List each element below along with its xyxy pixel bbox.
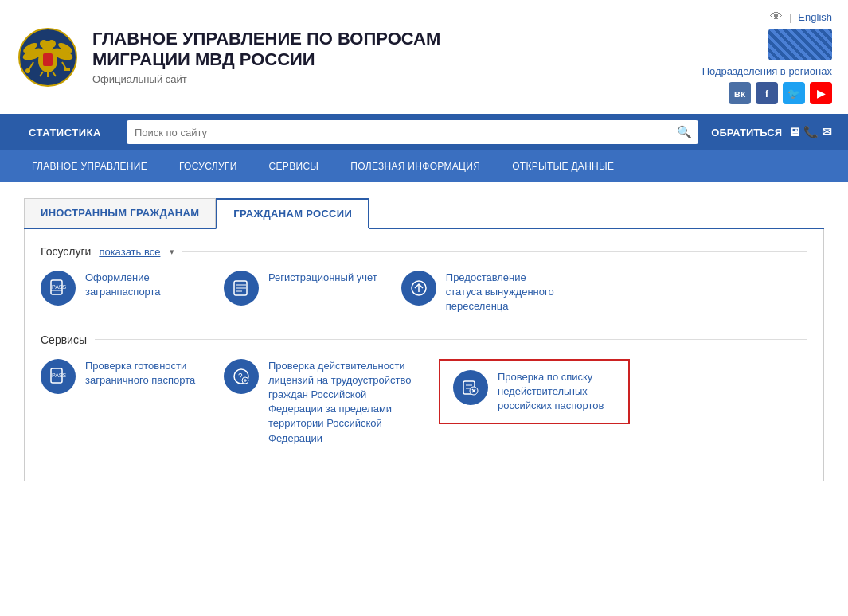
servisy-divider <box>95 339 807 340</box>
sub-navbar: ГЛАВНОЕ УПРАВЛЕНИЕ ГОСУСЛУГИ СЕРВИСЫ ПОЛ… <box>0 150 848 182</box>
header-left: ГЛАВНОЕ УПРАВЛЕНИЕ ПО ВОПРОСАМ МИГРАЦИИ … <box>16 25 440 89</box>
registration-icon <box>224 271 259 306</box>
license-check-text: Проверка действительности лицензий на тр… <box>268 359 415 446</box>
site-header: ГЛАВНОЕ УПРАВЛЕНИЕ ПО ВОПРОСАМ МИГРАЦИИ … <box>0 0 848 114</box>
subnav-item-otkrytye[interactable]: ОТКРЫТЫЕ ДАННЫЕ <box>496 150 630 182</box>
service-zagranpassport[interactable]: PASS Оформление загранпаспорта <box>41 271 200 314</box>
site-title: ГЛАВНОЕ УПРАВЛЕНИЕ ПО ВОПРОСАМ МИГРАЦИИ … <box>92 29 440 71</box>
vk-button[interactable]: вк <box>729 82 751 104</box>
facebook-icon: f <box>765 88 768 99</box>
main-content: ИНОСТРАННЫМ ГРАЖДАНАМ ГРАЖДАНАМ РОССИИ Г… <box>0 182 848 497</box>
main-tabs: ИНОСТРАННЫМ ГРАЖДАНАМ ГРАЖДАНАМ РОССИИ <box>24 198 824 229</box>
svg-rect-16 <box>64 68 70 71</box>
search-input[interactable] <box>127 120 698 144</box>
lang-divider: | <box>789 11 791 23</box>
site-subtitle: Официальный сайт <box>92 73 440 85</box>
passport-readiness-text: Проверка готовности заграничного паспорт… <box>85 359 200 388</box>
servisy-label: Сервисы <box>41 333 87 346</box>
eye-icon: 👁 <box>770 10 783 24</box>
svg-point-7 <box>40 40 48 48</box>
contact-nav-item[interactable]: ОБРАТИТЬСЯ 🖥 📞 ✉ <box>711 125 832 139</box>
tab-foreign-citizens[interactable]: ИНОСТРАННЫМ ГРАЖДАНАМ <box>24 198 216 228</box>
youtube-button[interactable]: ▶ <box>810 82 832 104</box>
subnav-item-glavnoe[interactable]: ГЛАВНОЕ УПРАВЛЕНИЕ <box>16 150 163 182</box>
title-line1: ГЛАВНОЕ УПРАВЛЕНИЕ ПО ВОПРОСАМ <box>92 29 440 49</box>
regions-link[interactable]: Подразделения в регионах <box>702 65 832 77</box>
refugee-icon <box>401 271 436 306</box>
subnav-item-poleznaya[interactable]: ПОЛЕЗНАЯ ИНФОРМАЦИЯ <box>334 150 496 182</box>
refugee-text: Предоставление статуса вынужденного пере… <box>446 271 561 314</box>
svg-point-14 <box>25 68 30 73</box>
zagranpassport-icon: PASS <box>41 271 76 306</box>
service-refugee[interactable]: Предоставление статуса вынужденного пере… <box>401 271 561 314</box>
service-invalid-passports[interactable]: Проверка по списку недействительных росс… <box>439 359 630 425</box>
contact-icons: 🖥 📞 ✉ <box>788 125 832 139</box>
service-license-check[interactable]: ? Проверка действительности лицензий на … <box>224 359 415 446</box>
dropdown-arrow: ▾ <box>170 247 174 257</box>
mail-icon: ✉ <box>822 125 832 139</box>
facebook-button[interactable]: f <box>756 82 778 104</box>
vk-icon: вк <box>734 88 746 99</box>
search-icon: 🔍 <box>677 125 692 139</box>
phone-icon: 📞 <box>803 125 819 139</box>
monitor-icon: 🖥 <box>788 125 800 139</box>
service-passport-readiness[interactable]: PASS Проверка готовности заграничного па… <box>41 359 200 394</box>
english-link[interactable]: English <box>798 11 832 23</box>
servisy-grid: PASS Проверка готовности заграничного па… <box>41 359 807 446</box>
show-all-gosuslugi-link[interactable]: показать все <box>99 246 160 258</box>
title-line2: МИГРАЦИИ МВД РОССИИ <box>92 49 315 69</box>
social-icons-row: вк f 🐦 ▶ <box>729 82 832 104</box>
gosuslugi-label: Госуслуги <box>41 245 91 258</box>
svg-rect-9 <box>43 53 53 66</box>
subnav-item-gosuslugi[interactable]: ГОСУСЛУГИ <box>163 150 253 182</box>
contact-label: ОБРАТИТЬСЯ <box>711 127 782 138</box>
regions-logo-graphic <box>768 29 832 60</box>
service-registration[interactable]: Регистрационный учет <box>224 271 377 314</box>
license-check-icon: ? <box>224 359 259 394</box>
svg-text:PASS: PASS <box>52 284 66 290</box>
gosuslugi-divider <box>182 251 807 252</box>
header-right: 👁 | English Подразделения в регионах вк … <box>702 10 832 104</box>
stats-nav-item[interactable]: СТАТИСТИКА <box>16 127 114 138</box>
header-title-block: ГЛАВНОЕ УПРАВЛЕНИЕ ПО ВОПРОСАМ МИГРАЦИИ … <box>92 29 440 86</box>
invalid-passports-text: Проверка по списку недействительных росс… <box>498 370 615 414</box>
content-box: Госуслуги показать все ▾ PASS Оформление… <box>24 229 824 481</box>
servisy-section-header: Сервисы <box>41 333 807 346</box>
language-row: 👁 | English <box>770 10 832 24</box>
gosuslugi-grid: PASS Оформление загранпаспорта Регистр <box>41 271 807 314</box>
logo-emblem <box>16 25 80 89</box>
svg-text:PASS: PASS <box>52 372 66 378</box>
svg-point-8 <box>48 40 56 48</box>
zagranpassport-text: Оформление загранпаспорта <box>85 271 200 299</box>
main-navbar: СТАТИСТИКА 🔍 ОБРАТИТЬСЯ 🖥 📞 ✉ <box>0 114 848 150</box>
twitter-button[interactable]: 🐦 <box>783 82 805 104</box>
invalid-passports-icon <box>453 370 488 405</box>
twitter-icon: 🐦 <box>787 88 800 99</box>
tab-russian-citizens[interactable]: ГРАЖДАНАМ РОССИИ <box>216 198 369 229</box>
search-container: 🔍 <box>127 120 698 144</box>
passport-readiness-icon: PASS <box>41 359 76 394</box>
youtube-icon: ▶ <box>817 88 825 99</box>
registration-text: Регистрационный учет <box>268 271 377 285</box>
subnav-item-servisy[interactable]: СЕРВИСЫ <box>253 150 335 182</box>
gosuslugi-section-header: Госуслуги показать все ▾ <box>41 245 807 258</box>
